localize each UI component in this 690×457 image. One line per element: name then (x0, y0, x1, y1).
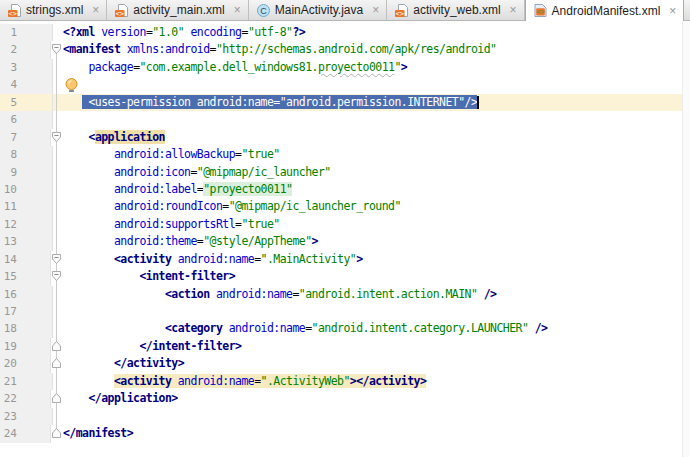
code-text[interactable]: <application (62, 129, 690, 146)
line-number: 14 (0, 251, 17, 268)
code-line-6[interactable]: 6 (0, 111, 690, 128)
code-text[interactable]: android:icon="@mipmap/ic_launcher" (62, 164, 690, 181)
code-text[interactable] (62, 408, 690, 425)
intention-bulb-icon[interactable] (64, 77, 79, 98)
line-number: 13 (0, 233, 17, 250)
gutter: 11 (0, 198, 62, 215)
code-line-3[interactable]: 3 package="com.example.dell_windows81.pr… (0, 59, 690, 76)
line-number: 9 (0, 164, 17, 181)
code-line-1[interactable]: 1<?xml version="1.0" encoding="utf-8"?> (0, 24, 690, 41)
fold-column (53, 94, 62, 111)
line-number: 12 (0, 216, 17, 233)
code-text[interactable]: android:label="proyecto0011" (62, 181, 690, 198)
tab-label: activity_main.xml (133, 3, 224, 17)
close-tab-icon[interactable]: × (92, 4, 99, 16)
gutter: 23 (0, 408, 62, 425)
fold-column (53, 111, 62, 128)
fold-marker-icon[interactable] (51, 41, 62, 58)
gutter: 9 (0, 164, 62, 181)
code-text[interactable] (62, 111, 690, 128)
code-text[interactable]: </intent-filter> (62, 338, 690, 355)
code-text[interactable] (62, 76, 690, 93)
svg-text:<>: <> (8, 9, 16, 17)
code-text[interactable]: <uses-permission android:name="android.p… (62, 94, 690, 111)
code-text[interactable]: <category android:name="android.intent.c… (62, 320, 690, 337)
gutter: 24 (0, 425, 62, 442)
fold-column (53, 146, 62, 163)
gutter: 4 (0, 76, 62, 93)
line-number: 21 (0, 373, 17, 390)
code-text[interactable]: </manifest> (62, 425, 690, 442)
code-line-22[interactable]: 22 </application> (0, 390, 690, 407)
code-line-16[interactable]: 16 <action android:name="android.intent.… (0, 286, 690, 303)
tab-androidmanifest-xml[interactable]: <>AndroidManifest.xml× (525, 0, 685, 21)
code-line-2[interactable]: 2<manifest xmlns:android="http://schemas… (0, 41, 690, 58)
fold-marker-icon[interactable] (51, 251, 62, 268)
close-tab-icon[interactable]: × (510, 4, 517, 16)
tab-label: strings.xml (26, 3, 83, 17)
code-text[interactable]: <?xml version="1.0" encoding="utf-8"?> (62, 24, 690, 41)
code-line-8[interactable]: 8 android:allowBackup="true" (0, 146, 690, 163)
code-line-9[interactable]: 9 android:icon="@mipmap/ic_launcher" (0, 164, 690, 181)
gutter: 18 (0, 320, 62, 337)
line-number: 16 (0, 286, 17, 303)
code-line-7[interactable]: 7 <application (0, 129, 690, 146)
code-line-4[interactable]: 4 (0, 76, 690, 93)
code-line-12[interactable]: 12 android:supportsRtl="true" (0, 216, 690, 233)
code-text[interactable]: </application> (62, 390, 690, 407)
fold-marker-icon[interactable] (51, 129, 62, 146)
code-text[interactable]: android:roundIcon="@mipmap/ic_launcher_r… (62, 198, 690, 215)
code-text[interactable]: package="com.example.dell_windows81.proy… (62, 59, 690, 76)
code-text[interactable]: <activity android:name=".MainActivity"> (62, 251, 690, 268)
tab-strings-xml[interactable]: <>strings.xml× (0, 0, 107, 20)
xml-file-icon: <> (394, 3, 409, 18)
code-line-18[interactable]: 18 <category android:name="android.inten… (0, 320, 690, 337)
code-line-19[interactable]: 19 </intent-filter> (0, 338, 690, 355)
code-text[interactable]: </activity> (62, 355, 690, 372)
code-line-17[interactable]: 17 (0, 303, 690, 320)
close-tab-icon[interactable]: × (234, 4, 241, 16)
close-tab-icon[interactable]: × (669, 5, 676, 17)
code-text[interactable]: android:allowBackup="true" (62, 146, 690, 163)
tab-mainactivity-java[interactable]: CMainActivity.java× (249, 0, 388, 20)
code-text[interactable]: android:theme="@style/AppTheme"> (62, 233, 690, 250)
fold-marker-icon[interactable] (51, 355, 62, 372)
close-tab-icon[interactable]: × (372, 4, 379, 16)
tab-label: MainActivity.java (275, 3, 363, 17)
tab-activity-web-xml[interactable]: <>activity_web.xml× (387, 0, 524, 20)
code-line-23[interactable]: 23 (0, 408, 690, 425)
tab-label: AndroidManifest.xml (552, 4, 661, 18)
fold-column (53, 216, 62, 233)
code-line-14[interactable]: 14 <activity android:name=".MainActivity… (0, 251, 690, 268)
code-line-11[interactable]: 11 android:roundIcon="@mipmap/ic_launche… (0, 198, 690, 215)
code-text[interactable]: <activity android:name=".ActivityWeb"></… (62, 373, 690, 390)
line-number: 11 (0, 198, 17, 215)
code-line-24[interactable]: 24</manifest> (0, 425, 690, 442)
tab-activity-main-xml[interactable]: <>activity_main.xml× (107, 0, 248, 20)
fold-column (53, 373, 62, 390)
code-line-5[interactable]: 5 <uses-permission android:name="android… (0, 94, 690, 111)
code-line-20[interactable]: 20 </activity> (0, 355, 690, 372)
fold-marker-icon[interactable] (51, 268, 62, 285)
code-line-21[interactable]: 21 <activity android:name=".ActivityWeb"… (0, 373, 690, 390)
code-line-15[interactable]: 15 <intent-filter> (0, 268, 690, 285)
gutter: 6 (0, 111, 62, 128)
code-text[interactable] (62, 303, 690, 320)
gutter: 7 (0, 129, 62, 146)
fold-marker-icon[interactable] (51, 425, 62, 442)
line-number: 20 (0, 355, 17, 372)
gutter: 19 (0, 338, 62, 355)
code-text[interactable]: <action android:name="android.intent.act… (62, 286, 690, 303)
gutter: 12 (0, 216, 62, 233)
code-line-13[interactable]: 13 android:theme="@style/AppTheme"> (0, 233, 690, 250)
code-text[interactable]: <intent-filter> (62, 268, 690, 285)
code-line-10[interactable]: 10 android:label="proyecto0011" (0, 181, 690, 198)
fold-marker-icon[interactable] (51, 390, 62, 407)
gutter: 14 (0, 251, 62, 268)
fold-marker-icon[interactable] (51, 338, 62, 355)
manifest-file-icon: <> (533, 3, 548, 18)
line-number: 8 (0, 146, 17, 163)
code-text[interactable]: android:supportsRtl="true" (62, 216, 690, 233)
line-number: 5 (0, 94, 17, 111)
code-text[interactable]: <manifest xmlns:android="http://schemas.… (62, 41, 690, 58)
